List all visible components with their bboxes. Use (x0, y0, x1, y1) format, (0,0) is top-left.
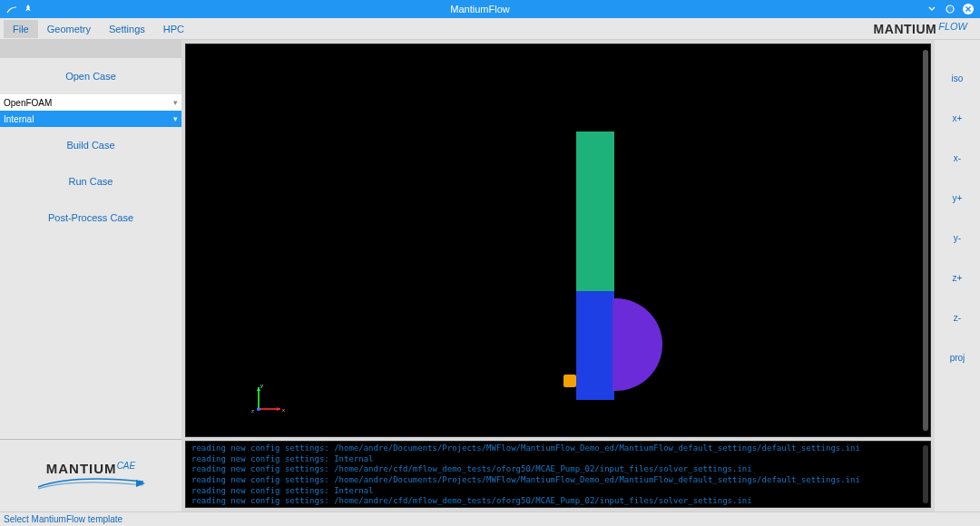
status-text: Select MantiumFlow template (4, 514, 122, 524)
svg-marker-3 (277, 407, 280, 411)
statusbar: Select MantiumFlow template (0, 511, 980, 526)
view-controls: iso x+ x- y+ y- z+ z- proj (935, 40, 980, 511)
sidebar-logo: MANTIUMCAE (0, 439, 181, 511)
case-type-select-value: Internal (4, 114, 34, 124)
post-process-button[interactable]: Post-Process Case (0, 200, 181, 236)
menubar: File Geometry Settings HPC MANTIUM FLOW (0, 18, 980, 40)
viewport-scrollbar[interactable] (923, 50, 928, 431)
titlebar-left-icons (5, 3, 34, 15)
view-iso-button[interactable]: iso (935, 58, 980, 98)
axis-x-label: x (282, 407, 285, 413)
console-line: reading new config settings: /home/andre… (191, 464, 925, 475)
geometry-center-block (576, 291, 614, 400)
center-panel: x y z reading new config settings: /home… (181, 40, 935, 511)
titlebar-right-icons (926, 3, 975, 15)
console-line: reading new config settings: /home/andre… (191, 475, 925, 486)
svg-point-0 (946, 5, 954, 13)
console-line: reading new config settings: /home/andre… (191, 496, 925, 507)
open-case-button[interactable]: Open Case (0, 58, 181, 94)
geometry-disc (612, 298, 662, 391)
close-icon[interactable] (962, 3, 975, 15)
minimize-icon[interactable] (926, 3, 938, 15)
menu-geometry[interactable]: Geometry (38, 20, 100, 38)
menu-hpc[interactable]: HPC (154, 20, 193, 38)
app-icon (5, 3, 18, 15)
view-yminus-button[interactable]: y- (935, 218, 980, 258)
view-zplus-button[interactable]: z+ (935, 258, 980, 297)
view-zminus-button[interactable]: z- (935, 297, 980, 337)
console-scrollbar[interactable] (923, 445, 928, 503)
logo-main-text: MANTIUM (46, 461, 117, 476)
run-case-button[interactable]: Run Case (0, 163, 181, 200)
menu-file[interactable]: File (4, 20, 38, 38)
view-xplus-button[interactable]: x+ (935, 98, 980, 138)
solver-select[interactable]: OpenFOAM ▾ (0, 94, 181, 111)
sidebar: Open Case OpenFOAM ▾ Internal ▾ Build Ca… (0, 40, 181, 511)
brand-sup-text: FLOW (938, 21, 967, 32)
3d-viewport[interactable]: x y z (185, 44, 931, 437)
build-case-button[interactable]: Build Case (0, 127, 181, 163)
window-title: MantiumFlow (34, 4, 926, 15)
geometry-inlet-block (576, 132, 614, 291)
maximize-icon[interactable] (944, 3, 956, 15)
pin-icon[interactable] (22, 3, 34, 15)
console-output[interactable]: reading new config settings: /home/andre… (185, 441, 931, 508)
solver-select-value: OpenFOAM (4, 98, 52, 108)
console-line: reading new config settings: Internal (191, 454, 925, 465)
console-line: reading new config settings: Internal (191, 486, 925, 497)
view-proj-button[interactable]: proj (935, 337, 980, 377)
menu-settings[interactable]: Settings (100, 20, 154, 38)
brand-main-text: MANTIUM (874, 22, 937, 36)
axis-triad: x y z (250, 382, 286, 418)
svg-point-6 (257, 407, 260, 411)
case-type-select[interactable]: Internal ▾ (0, 111, 181, 127)
sidebar-spacer (0, 40, 181, 58)
geometry-shaft-stub (564, 375, 576, 387)
chevron-down-icon: ▾ (173, 114, 178, 123)
console-line: reading new config settings: /home/andre… (191, 443, 925, 454)
logo-sup-text: CAE (117, 461, 136, 471)
view-xminus-button[interactable]: x- (935, 138, 980, 178)
view-yplus-button[interactable]: y+ (935, 178, 980, 218)
axis-y-label: y (260, 383, 263, 388)
axis-z-label: z (251, 408, 254, 414)
logo-swoosh-icon (36, 476, 145, 491)
chevron-down-icon: ▾ (173, 98, 178, 107)
brand-logo: MANTIUM FLOW (874, 22, 976, 36)
window-titlebar: MantiumFlow (0, 0, 980, 18)
